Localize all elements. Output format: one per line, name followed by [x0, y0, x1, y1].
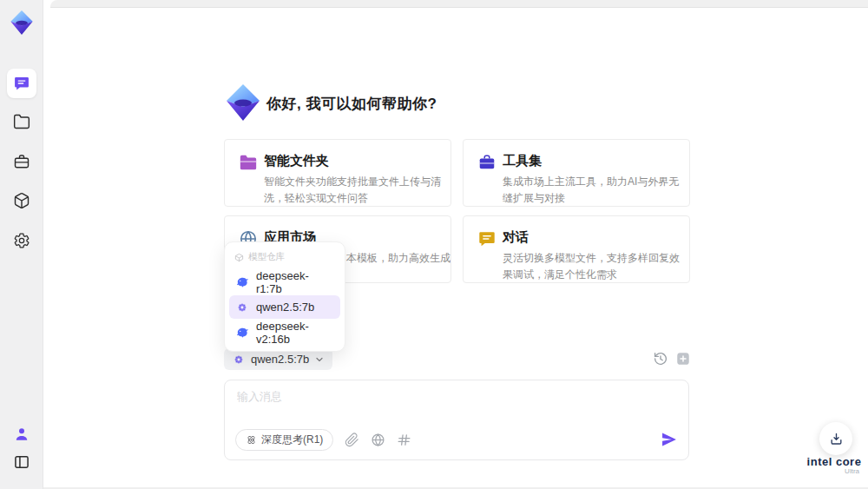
briefcase-icon	[13, 153, 30, 170]
cube-icon	[13, 192, 30, 209]
gear-icon	[13, 232, 30, 249]
prompt-library-button[interactable]	[397, 433, 411, 447]
sidebar-item-collapse-panel[interactable]	[7, 447, 36, 477]
grid-icon	[397, 433, 411, 447]
model-repo-label: 模型仓库	[248, 251, 285, 263]
send-button[interactable]	[661, 431, 678, 448]
card-description: 集成市场上主流工具，助力AI与外界无缝扩展与对接	[503, 174, 680, 206]
model-option-label: qwen2.5:7b	[256, 301, 314, 314]
globe-icon	[371, 433, 385, 447]
model-repo-header: 模型仓库	[229, 248, 340, 268]
window-top-edge	[50, 0, 868, 8]
card-title: 对话	[503, 229, 529, 246]
intel-logo-text: intel core	[806, 455, 863, 468]
sidebar-item-toolbox[interactable]	[7, 147, 36, 176]
sidebar-item-folders[interactable]	[7, 107, 36, 136]
model-option-qwen[interactable]: qwen2.5:7b	[229, 295, 340, 319]
attach-button[interactable]	[345, 433, 359, 447]
chat-icon	[477, 229, 496, 248]
download-icon	[829, 432, 844, 446]
app-logo	[8, 9, 36, 36]
sidebar	[0, 0, 43, 489]
deepseek-icon	[235, 275, 249, 289]
model-selector-value: qwen2.5:7b	[251, 353, 309, 366]
card-description: 灵活切换多模型文件，支持多样回复效果调试，满足个性化需求	[503, 250, 680, 282]
model-dropdown: 模型仓库 deepseek-r1:7b qwen2.5:7b deepseek-…	[224, 241, 345, 352]
greeting-title: 你好, 我可以如何帮助你?	[266, 94, 437, 114]
history-button[interactable]	[653, 351, 668, 367]
download-button[interactable]	[819, 422, 852, 455]
model-option-label: deepseek-r1:7b	[256, 269, 334, 295]
web-search-button[interactable]	[371, 433, 385, 447]
new-chat-icon	[675, 351, 691, 367]
chat-icon	[13, 75, 30, 92]
user-icon	[13, 426, 30, 443]
card-toolset[interactable]: 工具集 集成市场上主流工具，助力AI与外界无缝扩展与对接	[463, 139, 690, 207]
model-option-deepseek-r1[interactable]: deepseek-r1:7b	[229, 270, 340, 294]
folder-icon	[13, 113, 30, 130]
model-option-label: deepseek-v2:16b	[256, 320, 334, 346]
briefcase-icon	[477, 153, 496, 172]
qwen-icon	[235, 301, 249, 314]
deepseek-icon	[235, 326, 249, 340]
chevron-down-icon	[314, 354, 325, 365]
sidebar-item-account[interactable]	[7, 420, 36, 449]
greeting-logo	[222, 82, 264, 123]
paperclip-icon	[345, 433, 359, 447]
composer-toolbar: 深度思考(R1)	[235, 428, 678, 451]
message-composer: 深度思考(R1)	[224, 380, 689, 460]
qwen-icon	[232, 353, 246, 367]
app-window: 你好, 我可以如何帮助你? 智能文件夹 智能文件夹功能支持批量文件上传与清洗，轻…	[0, 0, 868, 489]
panel-icon	[13, 453, 30, 471]
send-icon	[661, 431, 678, 448]
card-title: 智能文件夹	[264, 153, 329, 169]
card-smart-folder[interactable]: 智能文件夹 智能文件夹功能支持批量文件上传与清洗，轻松实现文件问答	[224, 139, 451, 207]
message-input[interactable]	[237, 389, 671, 426]
model-option-deepseek-v2[interactable]: deepseek-v2:16b	[229, 320, 340, 344]
folder-icon	[239, 153, 258, 172]
new-chat-button[interactable]	[675, 351, 691, 367]
sidebar-item-models[interactable]	[7, 186, 36, 215]
intel-core-badge: intel core Ultra	[806, 455, 863, 475]
deep-think-toggle[interactable]: 深度思考(R1)	[235, 429, 333, 451]
intel-ultra-text: Ultra	[806, 467, 863, 475]
cube-icon	[234, 253, 244, 262]
card-description-partial: 本模板，助力高效生成多	[346, 251, 451, 266]
atom-icon	[246, 434, 257, 446]
sidebar-item-settings[interactable]	[7, 226, 36, 255]
sidebar-item-chat[interactable]	[7, 69, 36, 98]
deep-think-label: 深度思考(R1)	[261, 433, 323, 447]
card-description: 智能文件夹功能支持批量文件上传与清洗，轻松实现文件问答	[264, 174, 441, 206]
card-dialogue[interactable]: 对话 灵活切换多模型文件，支持多样回复效果调试，满足个性化需求	[463, 215, 690, 283]
card-title: 工具集	[503, 153, 542, 169]
history-icon	[653, 351, 668, 367]
